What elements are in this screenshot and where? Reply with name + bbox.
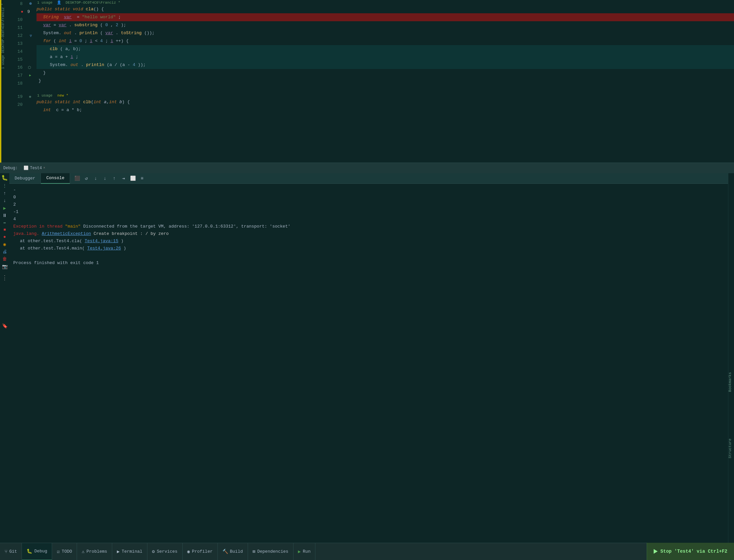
code-line-20: int c = a * b; xyxy=(37,106,734,114)
bug-icon[interactable]: 🐛 xyxy=(1,175,8,181)
fold-marker-16[interactable]: ⬡ xyxy=(28,64,31,72)
code-line-8: public static void cla () { xyxy=(37,5,734,13)
camera-icon[interactable]: 📷 xyxy=(2,264,8,269)
stop-button[interactable]: Stop 'Test4' via Ctrl+F2 xyxy=(647,543,734,560)
status-git[interactable]: ⑂ Git xyxy=(0,543,22,560)
line-20-num: 20 xyxy=(7,101,33,109)
status-todo[interactable]: ☑ TODO xyxy=(52,543,77,560)
status-build[interactable]: 🔨 Build xyxy=(218,543,248,560)
code-line-17: } xyxy=(37,77,734,85)
line-10-num: 10 xyxy=(7,16,33,24)
debug-tab-test4[interactable]: ⬜ Test4 × xyxy=(20,164,48,172)
line-16-num: 16 ⬡ xyxy=(7,64,33,72)
pause-icon[interactable]: ⏸ xyxy=(2,213,7,218)
close-debug-tab[interactable]: × xyxy=(43,166,45,170)
terminal-icon: ▶ xyxy=(117,549,119,554)
mute-icon[interactable]: ➡ xyxy=(3,220,6,226)
code-line-19: public static int clb ( int a , int b ) … xyxy=(37,98,734,106)
line-9-num: ● 9 xyxy=(7,8,33,16)
code-line-15: System. out . println (a / (a - 4 )); xyxy=(37,61,734,69)
status-run[interactable]: ▶ Run xyxy=(293,543,316,560)
run-icon: ▶ xyxy=(298,549,301,554)
right-panel-sidebar: Bookmarks Structure xyxy=(728,173,734,543)
stop-icon[interactable]: ■ xyxy=(3,228,6,232)
code-editor: 1 usage DESKTOP-OC0T4C0\Franciz * 8 ⊕ ● … xyxy=(0,0,734,163)
profiler-icon: ◉ xyxy=(187,549,190,554)
tab-debugger[interactable]: Debugger xyxy=(9,173,41,184)
status-problems[interactable]: ⚠ Problems xyxy=(77,543,112,560)
step-over-icon[interactable]: ↓ xyxy=(3,198,6,203)
problems-icon: ⚠ xyxy=(82,549,84,554)
status-services[interactable]: ⚙ Services xyxy=(147,543,183,560)
hint-line-19: 1 usage new * xyxy=(37,93,734,98)
status-dependencies[interactable]: ⊞ Dependencies xyxy=(248,543,293,560)
hint-19 xyxy=(7,88,33,93)
sidebar-dots[interactable]: ⋮ xyxy=(2,274,8,281)
resume-btn[interactable]: ⇥ xyxy=(120,175,127,182)
line-18-num: 18 xyxy=(7,80,33,88)
play-arrow-17: ▶ xyxy=(29,72,31,80)
settings-btn[interactable]: ≡ xyxy=(138,175,146,182)
code-line-13: clb ( a, b); xyxy=(37,45,734,53)
debug-panel: 🐛 ⋮ ↑ ↓ ▶ ⏸ ➡ ■ ● ◉ 🖨 🗑 📷 ⋮ 🔖 Debugger C… xyxy=(0,173,734,543)
line-12-num: 12 ▽ xyxy=(7,32,33,40)
code-line-11: System. out . println ( var . toString (… xyxy=(37,29,734,37)
status-debug[interactable]: 🐛 Debug xyxy=(22,543,52,560)
arithmetic-exception-link[interactable]: ArithmeticException xyxy=(42,231,91,236)
code-line-16: } xyxy=(37,69,734,77)
console-stacktrace-1: at other.test.Test4.cla( Test4.java:15 ) xyxy=(13,238,724,245)
breakpoint-icon[interactable]: ● xyxy=(3,234,6,240)
line-19-num: 19 ⊕ xyxy=(7,93,33,101)
line-14-num: 14 xyxy=(7,48,33,56)
console-line-0: 0 xyxy=(13,194,724,201)
debug-left-sidebar: 🐛 ⋮ ↑ ↓ ▶ ⏸ ➡ ■ ● ◉ 🖨 🗑 📷 ⋮ 🔖 xyxy=(0,173,9,543)
print-icon[interactable]: 🖨 xyxy=(2,249,7,254)
bookmark-icon[interactable]: 🔖 xyxy=(2,323,8,329)
console-stacktrace-2: at other.test.Test4.main( Test4.java:26 … xyxy=(13,245,724,252)
console-blank xyxy=(13,252,724,259)
debug-status-icon: 🐛 xyxy=(27,548,32,554)
step-out-btn[interactable]: ↑ xyxy=(110,175,118,182)
pin-btn[interactable]: ⬜ xyxy=(129,175,136,182)
commit-label: 1 usage DESKTOP-OC0T4C0\Franciz * xyxy=(1,3,5,69)
fold-icon-8[interactable]: ⊕ xyxy=(29,0,32,8)
fold-icon-12[interactable]: ▽ xyxy=(30,32,32,40)
resume-icon[interactable]: ↑ xyxy=(3,191,6,196)
step-over-btn[interactable]: ↓ xyxy=(101,175,109,182)
restore-layout-btn[interactable]: ⬛ xyxy=(73,175,81,182)
status-terminal[interactable]: ▶ Terminal xyxy=(112,543,147,560)
git-icon: ⑂ xyxy=(5,549,7,554)
line-15-num: 15 xyxy=(7,56,33,64)
status-profiler[interactable]: ◉ Profiler xyxy=(183,543,218,560)
stacktrace-link-1[interactable]: Test4.java:15 xyxy=(85,239,118,244)
code-content[interactable]: 1 usage 👤 DESKTOP-OC0T4C0\Franciz * publ… xyxy=(33,0,734,163)
console-process-line: Process finished with exit code 1 xyxy=(13,259,724,267)
services-icon: ⚙ xyxy=(152,549,155,554)
code-line-18 xyxy=(37,85,734,93)
line-17-num: 17 ▶ xyxy=(7,72,33,80)
code-line-9: String var = "hello world" ; xyxy=(37,13,734,21)
structure-label: Structure xyxy=(728,439,734,458)
console-arithmetic-line: java.lang. ArithmeticException Create br… xyxy=(13,230,724,238)
stop-process-btn[interactable]: ↓ xyxy=(92,175,99,182)
rerun-btn[interactable]: ↺ xyxy=(83,175,90,182)
debug-main-content: Debugger Console ⬛ ↺ ↓ ↓ ↑ ⇥ ⬜ ≡ - xyxy=(9,173,728,543)
dependencies-icon: ⊞ xyxy=(253,549,255,554)
delete-icon[interactable]: 🗑 xyxy=(2,256,7,262)
fold-icon-19[interactable]: ⊕ xyxy=(29,93,31,101)
more-options-icon[interactable]: ⋮ xyxy=(2,183,7,189)
line-numbers-gutter: 8 ⊕ ● 9 10 11 12 ▽ 13 14 15 xyxy=(7,0,33,163)
stacktrace-link-2[interactable]: Test4.java:26 xyxy=(87,246,121,251)
warning-icon[interactable]: ◉ xyxy=(3,242,6,247)
play-icon[interactable]: ▶ xyxy=(3,205,6,211)
console-exception-line: Exception in thread "main" Disconnected … xyxy=(13,223,724,230)
line-11-num: 11 xyxy=(7,24,33,32)
tab-bar: Debugger Console ⬛ ↺ ↓ ↓ ↑ ⇥ ⬜ ≡ xyxy=(9,173,728,184)
console-line-dash: - xyxy=(13,186,724,194)
tab-console[interactable]: Console xyxy=(41,173,70,184)
console-output[interactable]: - 0 2 -1 4 Exception in thread "main" Di… xyxy=(9,184,728,543)
line-13-num: 13 xyxy=(7,40,33,48)
todo-icon: ☑ xyxy=(57,549,59,554)
console-toolbar: ⬛ ↺ ↓ ↓ ↑ ⇥ ⬜ ≡ xyxy=(70,175,728,182)
bookmarks-label: Bookmarks xyxy=(728,372,734,392)
